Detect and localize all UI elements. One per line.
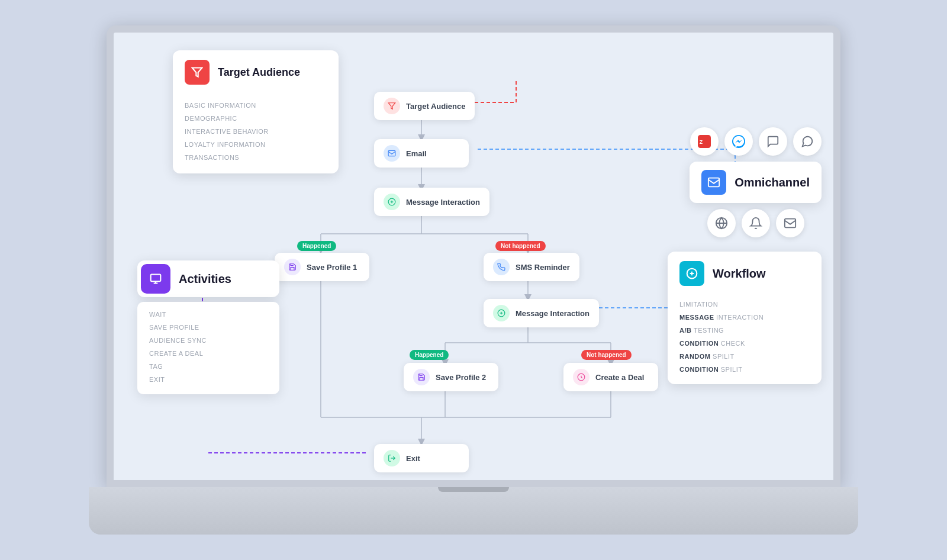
save2-node-label: Save Profile 2 bbox=[436, 373, 486, 382]
workflow-menu: LIMITATION MESSAGE INTERACTION A/B TESTI… bbox=[668, 295, 822, 384]
workflow-icon bbox=[679, 261, 704, 286]
sms-node-icon bbox=[493, 259, 510, 275]
screen-content: Target Audience Email Message Interactio… bbox=[114, 33, 833, 480]
act-menu-wait[interactable]: WAIT bbox=[149, 308, 268, 321]
svg-rect-39 bbox=[784, 219, 795, 228]
msg2-node-icon bbox=[493, 305, 510, 321]
email-oc-icon[interactable] bbox=[776, 209, 804, 237]
save1-node-icon bbox=[284, 259, 301, 275]
wf-menu-message-interaction[interactable]: MESSAGE INTERACTION bbox=[679, 311, 810, 324]
svg-text:Z: Z bbox=[699, 139, 703, 145]
save2-node-icon bbox=[413, 369, 430, 385]
workflow-title: Workflow bbox=[713, 267, 766, 281]
svg-marker-26 bbox=[388, 103, 395, 110]
email-node-label: Email bbox=[406, 149, 427, 158]
wf-menu-condition-split[interactable]: CONDITION SPILIT bbox=[679, 363, 810, 376]
notification-icon[interactable] bbox=[742, 209, 770, 237]
badge-happened-1: Happened bbox=[297, 241, 336, 251]
svg-rect-37 bbox=[708, 178, 719, 187]
ta-menu-demographic[interactable]: DEMOGRAPHIC bbox=[185, 112, 327, 125]
activities-menu: WAIT SAVE PROFILE AUDIENCE SYNC CREATE A… bbox=[137, 302, 279, 394]
act-menu-tag[interactable]: TAG bbox=[149, 360, 268, 373]
ta-menu-basic[interactable]: BASIC INFORMATION bbox=[185, 99, 327, 112]
oc-top-icons: Z bbox=[690, 127, 822, 156]
activities-title: Activities bbox=[174, 272, 231, 286]
zoho-icon[interactable]: Z bbox=[690, 127, 719, 156]
exit-node-label: Exit bbox=[406, 454, 420, 463]
activities-panel[interactable]: Activities WAIT SAVE PROFILE AUDIENCE SY… bbox=[137, 260, 279, 394]
node-save-profile-1[interactable]: Save Profile 1 bbox=[275, 253, 369, 281]
deal-node-label: Create a Deal bbox=[595, 373, 644, 382]
ta-panel-header: Target Audience bbox=[173, 50, 339, 94]
ta-panel-icon bbox=[185, 60, 210, 85]
node-exit[interactable]: Exit bbox=[374, 444, 469, 472]
node-save-profile-2[interactable]: Save Profile 2 bbox=[404, 363, 498, 391]
chat-icon[interactable] bbox=[759, 127, 787, 156]
act-menu-create-deal[interactable]: CREATE A DEAL bbox=[149, 347, 268, 360]
wf-menu-limitation[interactable]: LIMITATION bbox=[679, 298, 810, 311]
ta-menu-transactions[interactable]: TRANSACTIONS bbox=[185, 151, 327, 164]
activities-icon bbox=[141, 264, 170, 294]
node-target-audience[interactable]: Target Audience bbox=[374, 92, 475, 120]
sms-node-label: SMS Reminder bbox=[516, 263, 570, 272]
svg-rect-27 bbox=[388, 150, 395, 156]
omnichannel-header[interactable]: Omnichannel bbox=[690, 162, 822, 203]
node-message-interaction-2[interactable]: Message Interaction bbox=[484, 299, 599, 327]
badge-not-happened-2: Not happened bbox=[581, 350, 632, 360]
ta-menu-interactive[interactable]: INTERACTIVE BEHAVIOR bbox=[185, 125, 327, 138]
badge-happened-2: Happened bbox=[410, 350, 449, 360]
ta-menu-loyalty[interactable]: LOYALTY INFORMATION bbox=[185, 138, 327, 151]
messenger-icon[interactable] bbox=[724, 127, 753, 156]
target-audience-node-label: Target Audience bbox=[406, 102, 465, 111]
laptop-wrapper: Target Audience Email Message Interactio… bbox=[89, 25, 858, 535]
svg-rect-33 bbox=[151, 275, 161, 282]
wf-menu-condition-check[interactable]: CONDITION CHECK bbox=[679, 337, 810, 350]
msg1-node-icon bbox=[384, 194, 400, 210]
wf-menu-random-split[interactable]: RANDOM SPILIT bbox=[679, 350, 810, 363]
laptop-base bbox=[89, 487, 858, 535]
act-menu-audience-sync[interactable]: AUDIENCE SYNC bbox=[149, 334, 268, 347]
node-message-interaction-1[interactable]: Message Interaction bbox=[374, 188, 489, 216]
msg2-node-label: Message Interaction bbox=[516, 309, 590, 318]
omnichannel-icon bbox=[701, 170, 726, 195]
email-node-icon bbox=[384, 145, 400, 162]
node-create-deal[interactable]: Create a Deal bbox=[563, 363, 658, 391]
node-sms-reminder[interactable]: SMS Reminder bbox=[484, 253, 579, 281]
ta-panel-title: Target Audience bbox=[218, 66, 300, 79]
msg1-node-label: Message Interaction bbox=[406, 198, 480, 207]
act-menu-save-profile[interactable]: SAVE PROFILE bbox=[149, 321, 268, 334]
oc-bottom-icons bbox=[690, 209, 822, 237]
deal-node-icon bbox=[573, 369, 590, 385]
act-menu-exit[interactable]: EXIT bbox=[149, 373, 268, 386]
exit-node-icon bbox=[384, 450, 400, 466]
globe-icon[interactable] bbox=[707, 209, 736, 237]
badge-not-happened-1: Not happened bbox=[495, 241, 546, 251]
laptop-screen: Target Audience Email Message Interactio… bbox=[107, 25, 840, 487]
target-audience-panel[interactable]: Target Audience BASIC INFORMATION DEMOGR… bbox=[173, 50, 339, 173]
activities-header: Activities bbox=[137, 260, 279, 297]
save1-node-label: Save Profile 1 bbox=[307, 263, 357, 272]
wf-menu-ab-testing[interactable]: A/B TESTING bbox=[679, 324, 810, 337]
svg-marker-32 bbox=[192, 68, 202, 77]
node-email[interactable]: Email bbox=[374, 139, 469, 168]
bubble-icon[interactable] bbox=[793, 127, 822, 156]
workflow-panel[interactable]: Workflow LIMITATION MESSAGE INTERACTION … bbox=[668, 252, 822, 384]
target-audience-node-icon bbox=[384, 98, 400, 114]
ta-panel-menu: BASIC INFORMATION DEMOGRAPHIC INTERACTIV… bbox=[173, 94, 339, 173]
workflow-header: Workflow bbox=[668, 252, 822, 295]
omnichannel-title: Omnichannel bbox=[735, 176, 810, 189]
omnichannel-panel: Z Omnichannel bbox=[690, 127, 822, 237]
